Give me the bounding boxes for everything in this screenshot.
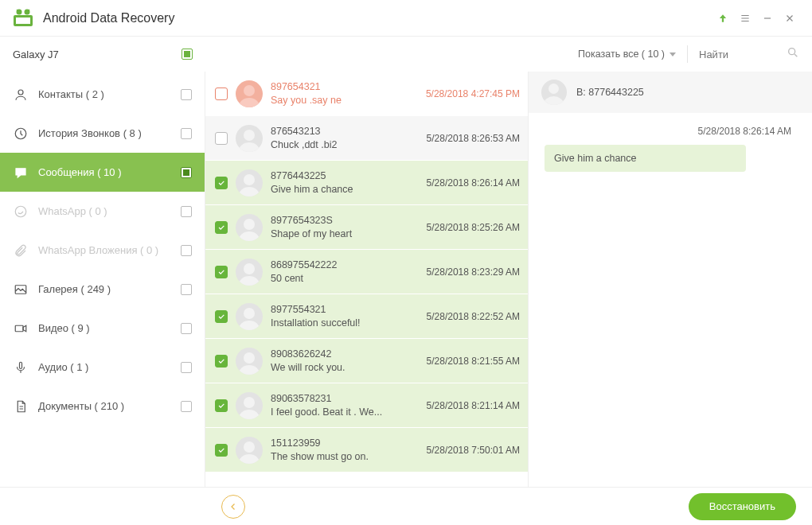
docs-icon bbox=[13, 399, 29, 414]
avatar-icon bbox=[236, 303, 263, 330]
message-checkbox[interactable] bbox=[215, 88, 228, 100]
avatar-icon bbox=[236, 125, 263, 152]
device-name: Galaxy J7 bbox=[13, 49, 59, 60]
main-area: Контакты ( 2 )История Звонков ( 8 )Сообщ… bbox=[0, 72, 812, 487]
message-number: 897654321 bbox=[271, 81, 418, 92]
message-checkbox[interactable] bbox=[215, 221, 228, 234]
sidebar-item-checkbox[interactable] bbox=[181, 245, 192, 256]
sidebar-item-contacts[interactable]: Контакты ( 2 ) bbox=[0, 75, 205, 114]
message-preview: I feel good. Beat it . We... bbox=[271, 406, 419, 418]
filter-dropdown[interactable]: Показать все ( 10 ) bbox=[578, 49, 676, 60]
sidebar-item-calls[interactable]: История Звонков ( 8 ) bbox=[0, 114, 205, 153]
whatsapp-icon bbox=[13, 204, 29, 220]
message-number: 876543213 bbox=[271, 126, 419, 137]
message-bubble: Give him a chance bbox=[545, 145, 746, 172]
avatar-icon bbox=[236, 437, 263, 464]
recover-button[interactable]: Восстановить bbox=[689, 493, 796, 520]
message-preview: 50 cent bbox=[271, 273, 419, 284]
message-preview: Give him a chance bbox=[271, 184, 419, 195]
app-logo-icon bbox=[11, 7, 35, 29]
sidebar-item-checkbox[interactable] bbox=[181, 89, 192, 100]
message-checkbox[interactable] bbox=[215, 355, 228, 368]
message-row[interactable]: 876543213Chuck ,ddt .bi25/28/2018 8:26:5… bbox=[205, 116, 528, 161]
message-list: 897654321Say you .say ne5/28/2018 4:27:4… bbox=[205, 72, 529, 487]
divider bbox=[687, 45, 688, 63]
svg-point-5 bbox=[18, 90, 23, 95]
avatar-icon bbox=[236, 348, 263, 375]
calls-icon bbox=[13, 126, 29, 142]
message-preview: The show must go on. bbox=[271, 451, 419, 462]
device-checkbox[interactable] bbox=[182, 49, 193, 60]
sidebar-item-checkbox[interactable] bbox=[181, 401, 192, 412]
avatar-icon bbox=[236, 169, 263, 196]
message-row[interactable]: 8977554321Installation succeful!5/28/201… bbox=[205, 294, 528, 339]
sidebar-item-checkbox[interactable] bbox=[181, 323, 192, 334]
sidebar-item-video[interactable]: Видео ( 9 ) bbox=[0, 309, 205, 348]
sidebar-item-label: WhatsApp Вложения ( 0 ) bbox=[38, 244, 158, 256]
svg-rect-1 bbox=[16, 18, 30, 24]
sidebar-item-checkbox[interactable] bbox=[181, 284, 192, 295]
search-box[interactable] bbox=[699, 46, 799, 62]
message-row[interactable]: 151123959The show must go on.5/28/2018 7… bbox=[205, 428, 528, 472]
svg-rect-10 bbox=[20, 362, 22, 368]
titlebar: Android Data Recovery bbox=[0, 0, 812, 37]
message-row[interactable]: 89063578231I feel good. Beat it . We...5… bbox=[205, 383, 528, 428]
svg-point-4 bbox=[789, 49, 795, 55]
sidebar-item-label: Галерея ( 249 ) bbox=[38, 283, 111, 295]
message-number: 89083626242 bbox=[271, 348, 419, 360]
svg-point-7 bbox=[15, 206, 26, 217]
message-checkbox[interactable] bbox=[215, 177, 228, 189]
sidebar-item-docs[interactable]: Документы ( 210 ) bbox=[0, 387, 205, 426]
device-selector[interactable]: Galaxy J7 bbox=[0, 37, 205, 72]
thread-pane: B: 8776443225 5/28/2018 8:26:14 AM Give … bbox=[529, 72, 812, 487]
sidebar-item-label: Аудио ( 1 ) bbox=[38, 361, 88, 373]
sidebar-item-label: Видео ( 9 ) bbox=[38, 322, 90, 334]
menu-icon[interactable] bbox=[734, 7, 756, 29]
contacts-icon bbox=[13, 87, 29, 103]
sidebar-item-messages[interactable]: Сообщения ( 10 ) bbox=[0, 153, 205, 192]
avatar-icon bbox=[236, 392, 263, 419]
message-time: 5/28/2018 7:50:01 AM bbox=[427, 445, 520, 456]
svg-rect-9 bbox=[15, 325, 23, 332]
search-icon[interactable] bbox=[787, 46, 799, 62]
message-number: 8977654323S bbox=[271, 215, 419, 226]
message-checkbox[interactable] bbox=[215, 399, 228, 412]
back-button[interactable] bbox=[221, 495, 245, 519]
message-time: 5/28/2018 8:26:14 AM bbox=[427, 177, 520, 189]
message-checkbox[interactable] bbox=[215, 310, 228, 323]
sidebar-item-audio[interactable]: Аудио ( 1 ) bbox=[0, 348, 205, 387]
sidebar-item-checkbox[interactable] bbox=[181, 167, 192, 178]
minimize-icon[interactable] bbox=[756, 7, 779, 29]
sidebar-item-gallery[interactable]: Галерея ( 249 ) bbox=[0, 270, 205, 309]
audio-icon bbox=[13, 360, 29, 375]
app-title: Android Data Recovery bbox=[43, 11, 174, 25]
thread-timestamp: 5/28/2018 8:26:14 AM bbox=[545, 122, 796, 145]
thread-header: B: 8776443225 bbox=[529, 72, 812, 113]
avatar-icon bbox=[236, 259, 263, 286]
messages-icon bbox=[13, 165, 29, 181]
waattach-icon bbox=[13, 243, 29, 259]
message-row[interactable]: 8776443225Give him a chance5/28/2018 8:2… bbox=[205, 161, 528, 205]
sidebar-item-checkbox[interactable] bbox=[181, 206, 192, 217]
message-time: 5/28/2018 8:22:52 AM bbox=[427, 311, 520, 322]
share-icon[interactable] bbox=[712, 7, 734, 29]
sidebar-item-checkbox[interactable] bbox=[181, 362, 192, 373]
close-icon[interactable] bbox=[779, 7, 801, 29]
message-row[interactable]: 86897554222250 cent5/28/2018 8:23:29 AM bbox=[205, 250, 528, 294]
message-row[interactable]: 89083626242We will rock you.5/28/2018 8:… bbox=[205, 339, 528, 383]
message-preview: We will rock you. bbox=[271, 362, 419, 373]
message-row[interactable]: 8977654323SShape of my heart5/28/2018 8:… bbox=[205, 205, 528, 250]
avatar-icon bbox=[236, 80, 263, 107]
message-number: 868975542222 bbox=[271, 259, 419, 270]
message-number: 89063578231 bbox=[271, 393, 419, 404]
search-input[interactable] bbox=[699, 49, 747, 60]
message-checkbox[interactable] bbox=[215, 132, 228, 145]
sidebar-item-label: История Звонков ( 8 ) bbox=[38, 127, 142, 139]
message-row[interactable]: 897654321Say you .say ne5/28/2018 4:27:4… bbox=[205, 72, 528, 116]
avatar-icon bbox=[541, 80, 567, 105]
toolbar: Galaxy J7 Показать все ( 10 ) bbox=[0, 37, 812, 72]
message-checkbox[interactable] bbox=[215, 266, 228, 278]
message-checkbox[interactable] bbox=[215, 444, 228, 457]
sidebar-item-checkbox[interactable] bbox=[181, 128, 192, 139]
gallery-icon bbox=[13, 282, 29, 298]
